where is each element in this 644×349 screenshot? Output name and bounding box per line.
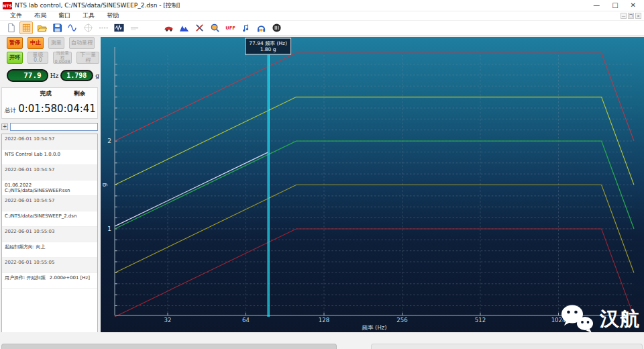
log-entry[interactable]: 2022-06-01 10:54:57 bbox=[2, 165, 97, 181]
control-buttons-row2: 开环量级0.0当前量程0.00dB下一量程 bbox=[0, 52, 99, 64]
title-bar: NTS NTS lab control, C:/NTS/data/SINESWE… bbox=[0, 0, 644, 11]
x-tick-label: 32 bbox=[164, 317, 172, 323]
oscilloscope-icon[interactable] bbox=[112, 21, 125, 34]
log-entry[interactable]: 2022-06-01 10:55:03 bbox=[2, 227, 97, 242]
mdi-control-0[interactable]: — bbox=[621, 13, 627, 19]
target-icon[interactable] bbox=[81, 21, 95, 34]
x-tick-label: 512 bbox=[475, 317, 486, 323]
control-signal bbox=[115, 152, 268, 226]
sweep-profile-chart[interactable]: 32641282565121024频率 (Hz)12g77.94 频率 (Hz)… bbox=[101, 37, 644, 332]
svg-text:77.94 频率 (Hz): 77.94 频率 (Hz) bbox=[249, 40, 287, 46]
measure-button[interactable]: 测量 bbox=[48, 37, 64, 49]
svg-text:UFF: UFF bbox=[225, 26, 235, 31]
menu-item-4[interactable]: 帮助 bbox=[101, 11, 125, 20]
column-header-done: 完成 bbox=[27, 90, 64, 98]
cursor-line-icon[interactable] bbox=[127, 21, 141, 34]
log-entry[interactable]: 起始扫频方向: 向上 bbox=[2, 242, 97, 258]
x-tick-label: 64 bbox=[242, 317, 250, 323]
amplitude-unit: g bbox=[95, 72, 99, 79]
svg-text:1.80 g: 1.80 g bbox=[260, 46, 276, 52]
layout-grid-icon[interactable] bbox=[19, 21, 33, 34]
log-entry[interactable]: NTS Control Lab 1.0.0.0 bbox=[2, 150, 97, 165]
window-title: NTS lab control, C:/NTS/data/SINESWEEP_2… bbox=[15, 1, 593, 10]
log-entry[interactable]: 2022-06-01 10:54:57 bbox=[2, 134, 97, 150]
mdi-control-2[interactable]: ✕ bbox=[635, 13, 641, 19]
app-logo: NTS bbox=[3, 2, 12, 9]
open-folder-icon[interactable] bbox=[35, 21, 48, 34]
car-icon[interactable] bbox=[162, 21, 175, 34]
next-range-button[interactable]: 下一量程 bbox=[76, 52, 99, 64]
mdi-control-1[interactable]: ❐ bbox=[628, 13, 634, 19]
tools-icon[interactable] bbox=[193, 21, 206, 34]
add-log-entry-button[interactable]: + bbox=[1, 123, 8, 130]
save-icon[interactable] bbox=[50, 21, 64, 34]
maximize-button[interactable]: □ bbox=[612, 2, 618, 9]
docked-panel-tab-left[interactable] bbox=[1, 344, 337, 349]
log-entry[interactable]: 2022-06-01 10:55:05 bbox=[2, 258, 97, 273]
uff-icon[interactable]: UFF bbox=[223, 21, 237, 34]
spectrum-icon[interactable] bbox=[177, 21, 191, 34]
menu-item-3[interactable]: 工具 bbox=[76, 11, 101, 20]
close-button[interactable]: ✕ bbox=[631, 2, 636, 9]
open-loop-button[interactable]: 开环 bbox=[7, 52, 23, 64]
chirp-icon[interactable] bbox=[97, 21, 110, 34]
menu-item-2[interactable]: 窗口 bbox=[52, 11, 76, 20]
chart-panel: 32641282565121024频率 (Hz)12g77.94 频率 (Hz)… bbox=[101, 37, 644, 332]
mdi-window-controls: —❐✕ bbox=[621, 13, 641, 19]
menu-item-0[interactable]: 文件 bbox=[4, 11, 28, 20]
toolbar: UFF bbox=[0, 21, 644, 36]
column-header-remaining: 剩余 bbox=[64, 90, 95, 98]
readout-row: 77.9 Hz 1.798 g bbox=[0, 69, 99, 82]
abort-button[interactable]: 中止 bbox=[28, 37, 44, 49]
log-entry[interactable]: 01.06.2022 C:/NTS/data/SINESWEEP.ssn bbox=[2, 181, 97, 196]
pause-button[interactable]: 暂停 bbox=[7, 37, 23, 49]
control-buttons-row1: 暂停中止测量自动量程 bbox=[0, 37, 99, 49]
frequency-unit: Hz bbox=[50, 72, 59, 79]
log-entry[interactable]: 2022-06-01 10:54:57 bbox=[2, 196, 97, 211]
x-tick-label: 1024 bbox=[551, 317, 566, 323]
headphones-icon[interactable] bbox=[254, 21, 268, 34]
sine-wave-icon[interactable] bbox=[66, 21, 79, 34]
time-elapsed: 0:01:58 bbox=[18, 103, 57, 115]
log-entry[interactable]: C:/NTS/data/SINESWEEP_2.dsn bbox=[2, 211, 97, 227]
time-remaining: 0:04:41 bbox=[57, 103, 95, 115]
zoom-icon[interactable] bbox=[208, 21, 221, 34]
menu-bar: 文件布局窗口工具帮助—❐✕ bbox=[0, 11, 644, 21]
sweep-progress-panel: 完成 剩余 总计 0:01:58 0:04:41 bbox=[1, 87, 98, 119]
level-button[interactable]: 量级0.0 bbox=[28, 52, 48, 64]
row-label-total: 总计 bbox=[5, 107, 18, 115]
y-tick-label: 2 bbox=[107, 138, 111, 144]
y-axis-title: g bbox=[101, 183, 107, 187]
log-command-input[interactable] bbox=[10, 123, 98, 131]
x-tick-label: 256 bbox=[396, 317, 407, 323]
frequency-readout: 77.9 bbox=[7, 69, 48, 82]
new-document-icon[interactable] bbox=[4, 21, 17, 34]
current-range-button[interactable]: 当前量程0.00dB bbox=[53, 52, 72, 64]
cursor-tooltip: 77.94 频率 (Hz)1.80 g bbox=[246, 38, 291, 54]
docked-panel-tab-right[interactable] bbox=[371, 344, 643, 349]
x-axis-title: 频率 (Hz) bbox=[362, 324, 386, 331]
menu-item-1[interactable]: 布局 bbox=[28, 11, 52, 20]
x-tick-label: 128 bbox=[319, 317, 329, 323]
event-log-list[interactable]: 2022-06-01 10:54:57NTS Control Lab 1.0.0… bbox=[1, 134, 98, 342]
bottom-dock-area bbox=[0, 332, 644, 349]
control-panel: 暂停中止测量自动量程 开环量级0.0当前量程0.00dB下一量程 77.9 Hz… bbox=[0, 37, 99, 336]
amplitude-readout: 1.798 bbox=[60, 70, 93, 81]
music-note-icon[interactable] bbox=[239, 21, 252, 34]
minimize-button[interactable]: — bbox=[593, 2, 600, 9]
log-entry[interactable]: 用户操作: 开始扫频2.000e+001 [Hz] bbox=[2, 273, 97, 289]
drum-icon[interactable] bbox=[270, 21, 283, 34]
y-tick-label: 1 bbox=[107, 226, 111, 232]
auto-range-button[interactable]: 自动量程 bbox=[69, 37, 95, 49]
